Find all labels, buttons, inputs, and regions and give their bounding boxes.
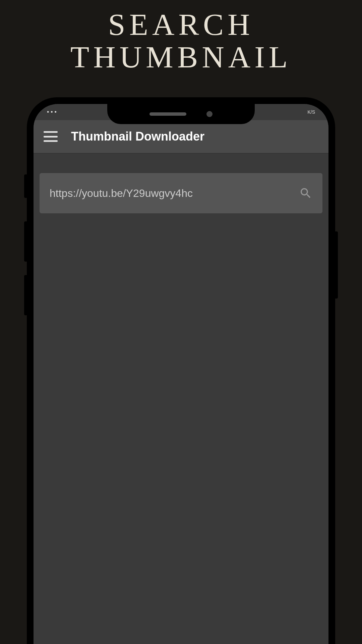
signal-icon: • • • [47, 109, 57, 116]
phone-power-button [335, 231, 338, 299]
status-bar-left: • • • [47, 109, 57, 116]
phone-volume-down-button [24, 275, 27, 315]
search-icon[interactable] [299, 186, 312, 200]
hamburger-menu-icon[interactable] [44, 131, 58, 142]
app-title: Thumbnail Downloader [71, 129, 204, 144]
phone-screen: • • • K/S Thumbnail Downloader [34, 104, 328, 644]
phone-frame: • • • K/S Thumbnail Downloader [27, 97, 335, 644]
phone-side-button [24, 174, 27, 198]
promo-heading-line1: SEARCH [0, 8, 362, 41]
camera-icon [206, 111, 213, 117]
url-input[interactable] [50, 187, 292, 200]
status-bar-right: K/S [307, 109, 315, 115]
search-container [40, 173, 322, 213]
network-speed: K/S [307, 109, 315, 115]
promo-heading: SEARCH THUMBNAIL [0, 0, 362, 73]
speaker-icon [149, 112, 186, 116]
phone-notch [107, 104, 255, 124]
content-area [34, 154, 328, 233]
app-bar: Thumbnail Downloader [34, 120, 328, 154]
phone-volume-up-button [24, 221, 27, 262]
promo-heading-line2: THUMBNAIL [0, 41, 362, 73]
